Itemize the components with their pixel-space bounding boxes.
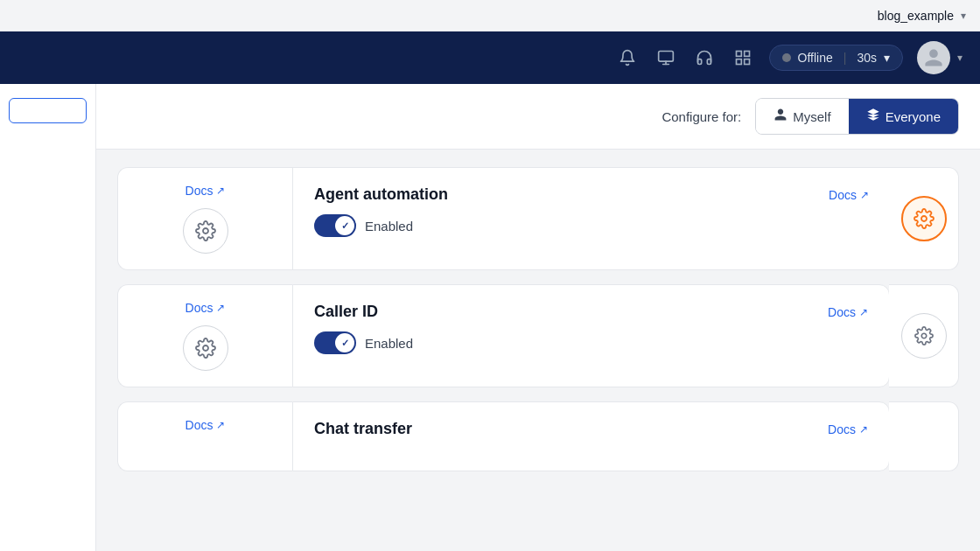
- docs-link-left-agent-automation[interactable]: Docs ↗: [186, 184, 226, 198]
- myself-icon: [774, 108, 788, 125]
- docs-link-right-agent-automation[interactable]: Docs ↗: [829, 188, 869, 202]
- grid-icon[interactable]: [731, 45, 755, 70]
- feature-title-agent-automation: Agent automation: [314, 185, 448, 204]
- gear-button-left-agent-automation[interactable]: [183, 208, 228, 254]
- gear-button-right-agent-automation[interactable]: [901, 196, 947, 241]
- svg-rect-0: [658, 52, 673, 62]
- docs-label-right-2: Docs: [828, 305, 856, 319]
- sidebar: [0, 84, 96, 551]
- everyone-icon: [866, 108, 880, 125]
- toggle-knob-agent-automation: ✓: [335, 216, 354, 235]
- toggle-check-icon-2: ✓: [341, 338, 349, 349]
- status-divider: |: [844, 51, 847, 65]
- docs-label-left-3: Docs: [186, 418, 214, 432]
- right-gear-panel-chat-transfer: [889, 401, 959, 471]
- card-row-caller-id: Docs ↗ Caller ID Docs: [117, 284, 959, 387]
- external-link-icon-2: ↗: [216, 302, 225, 314]
- workspace-name: blog_example: [878, 9, 954, 23]
- headset-icon[interactable]: [692, 45, 717, 70]
- docs-label-right-1: Docs: [829, 188, 857, 202]
- docs-panel-caller-id: Docs ↗: [117, 284, 292, 387]
- feature-status-caller-id: ✓ Enabled: [314, 331, 868, 354]
- configure-everyone-button[interactable]: Everyone: [849, 99, 958, 134]
- feature-status-agent-automation: ✓ Enabled: [314, 214, 869, 237]
- toggle-caller-id[interactable]: ✓: [314, 331, 356, 354]
- main-content: Configure for: Myself: [96, 84, 980, 551]
- everyone-label: Everyone: [886, 109, 941, 124]
- docs-link-left-caller-id[interactable]: Docs ↗: [186, 301, 226, 315]
- external-link-icon-right-3: ↗: [859, 423, 868, 436]
- cards-area: Docs ↗ Agent automation Docs: [96, 150, 980, 489]
- toggle-knob-caller-id: ✓: [335, 333, 354, 352]
- feature-header-chat-transfer: Chat transfer Docs ↗: [314, 420, 868, 438]
- search-input[interactable]: [9, 98, 87, 123]
- workspace-selector[interactable]: blog_example ▾: [878, 9, 966, 23]
- svg-rect-3: [736, 52, 741, 57]
- external-link-icon-3: ↗: [216, 419, 225, 431]
- myself-label: Myself: [793, 109, 830, 124]
- toggle-check-icon: ✓: [341, 220, 349, 232]
- monitor-icon[interactable]: [654, 45, 678, 70]
- svg-point-8: [921, 216, 927, 221]
- sidebar-search-area: [0, 84, 95, 137]
- docs-link-right-chat-transfer[interactable]: Docs ↗: [828, 422, 868, 436]
- content-area: Configure for: Myself: [0, 84, 980, 551]
- nav-bar: Offline | 30s ▾ ▾: [0, 31, 980, 84]
- card-row-chat-transfer: Docs ↗ Chat transfer Docs ↗: [117, 401, 959, 471]
- external-link-icon: ↗: [216, 185, 225, 197]
- docs-link-left-chat-transfer[interactable]: Docs ↗: [186, 418, 226, 432]
- status-timer: 30s: [857, 51, 877, 65]
- feature-header-caller-id: Caller ID Docs ↗: [314, 303, 868, 321]
- external-link-icon-right-1: ↗: [860, 189, 869, 201]
- feature-card-agent-automation: Agent automation Docs ↗ ✓ Enabled: [292, 167, 890, 270]
- feature-title-chat-transfer: Chat transfer: [314, 420, 412, 438]
- configure-bar: Configure for: Myself: [96, 84, 980, 150]
- configure-label: Configure for:: [662, 109, 741, 124]
- svg-rect-5: [736, 59, 741, 65]
- right-gear-panel-agent-automation: [889, 167, 959, 270]
- avatar[interactable]: [917, 41, 950, 74]
- docs-panel-chat-transfer: Docs ↗: [117, 401, 292, 471]
- workspace-bar: blog_example ▾: [0, 0, 980, 31]
- gear-button-left-caller-id[interactable]: [183, 325, 228, 371]
- external-link-icon-right-2: ↗: [859, 306, 868, 318]
- docs-panel-agent-automation: Docs ↗: [117, 167, 292, 270]
- configure-myself-button[interactable]: Myself: [756, 99, 848, 134]
- docs-label-right-3: Docs: [828, 422, 856, 436]
- toggle-agent-automation[interactable]: ✓: [314, 214, 356, 237]
- avatar-chevron-icon[interactable]: ▾: [957, 52, 962, 64]
- feature-title-caller-id: Caller ID: [314, 303, 378, 321]
- status-chevron-icon: ▾: [884, 51, 890, 65]
- workspace-chevron-icon: ▾: [961, 10, 966, 22]
- card-row-agent-automation: Docs ↗ Agent automation Docs: [117, 167, 959, 270]
- bell-icon[interactable]: [615, 45, 640, 70]
- gear-button-right-caller-id[interactable]: [901, 313, 947, 359]
- feature-card-chat-transfer: Chat transfer Docs ↗: [292, 401, 890, 471]
- status-text-caller-id: Enabled: [365, 336, 413, 351]
- status-text-agent-automation: Enabled: [365, 219, 413, 234]
- svg-rect-4: [744, 52, 749, 57]
- feature-card-caller-id: Caller ID Docs ↗ ✓ Enabled: [292, 284, 890, 387]
- status-dot: [782, 53, 791, 62]
- svg-point-10: [921, 333, 927, 338]
- feature-header-agent-automation: Agent automation Docs ↗: [314, 185, 869, 204]
- docs-link-right-caller-id[interactable]: Docs ↗: [828, 305, 868, 319]
- docs-label-left-1: Docs: [186, 184, 214, 198]
- status-button[interactable]: Offline | 30s ▾: [769, 45, 903, 71]
- svg-point-7: [203, 228, 208, 234]
- status-label: Offline: [798, 51, 833, 65]
- svg-point-9: [203, 345, 208, 351]
- right-gear-panel-caller-id: [889, 284, 959, 387]
- docs-label-left-2: Docs: [186, 301, 214, 315]
- svg-rect-6: [744, 59, 749, 65]
- configure-buttons: Myself Everyone: [755, 98, 959, 135]
